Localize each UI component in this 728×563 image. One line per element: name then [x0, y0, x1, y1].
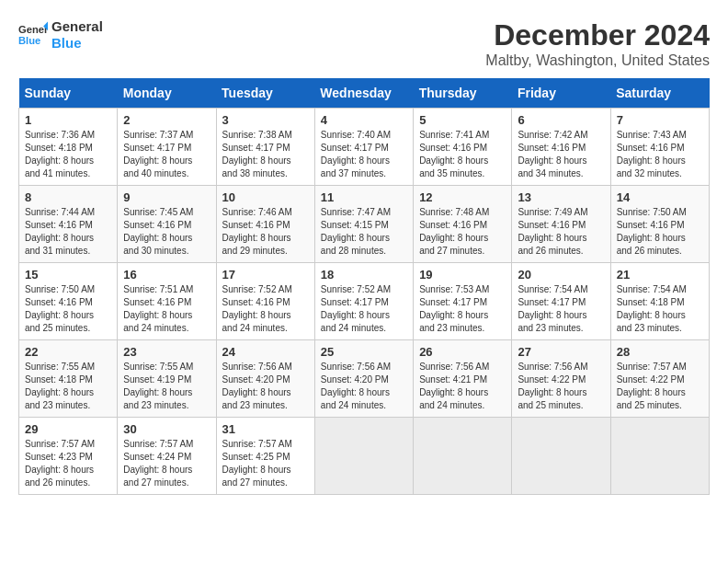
- day-number: 12: [419, 190, 506, 204]
- day-info: Sunrise: 7:52 AM Sunset: 4:16 PM Dayligh…: [222, 283, 309, 335]
- calendar-cell: 13Sunrise: 7:49 AM Sunset: 4:16 PM Dayli…: [512, 186, 610, 263]
- calendar-cell: 14Sunrise: 7:50 AM Sunset: 4:16 PM Dayli…: [610, 186, 709, 263]
- header: General Blue General Blue December 2024 …: [18, 18, 710, 69]
- weekday-header-thursday: Thursday: [414, 78, 512, 109]
- day-number: 9: [123, 190, 210, 204]
- calendar-cell: 1Sunrise: 7:36 AM Sunset: 4:18 PM Daylig…: [19, 109, 118, 186]
- day-info: Sunrise: 7:36 AM Sunset: 4:18 PM Dayligh…: [25, 129, 111, 180]
- calendar-cell: 21Sunrise: 7:54 AM Sunset: 4:18 PM Dayli…: [610, 263, 709, 340]
- day-info: Sunrise: 7:42 AM Sunset: 4:16 PM Dayligh…: [518, 129, 604, 180]
- day-number: 16: [123, 268, 210, 282]
- calendar-cell: 27Sunrise: 7:56 AM Sunset: 4:22 PM Dayli…: [512, 340, 610, 418]
- day-number: 21: [617, 268, 703, 282]
- calendar-cell: 8Sunrise: 7:44 AM Sunset: 4:16 PM Daylig…: [19, 186, 118, 263]
- day-info: Sunrise: 7:56 AM Sunset: 4:20 PM Dayligh…: [222, 361, 309, 412]
- calendar-cell: 25Sunrise: 7:56 AM Sunset: 4:20 PM Dayli…: [314, 340, 413, 418]
- day-number: 26: [419, 345, 506, 359]
- day-number: 25: [321, 345, 407, 359]
- day-number: 11: [321, 190, 407, 204]
- weekday-header-saturday: Saturday: [610, 78, 709, 109]
- day-info: Sunrise: 7:52 AM Sunset: 4:17 PM Dayligh…: [321, 283, 407, 335]
- day-info: Sunrise: 7:57 AM Sunset: 4:23 PM Dayligh…: [25, 438, 111, 489]
- calendar-week-3: 15Sunrise: 7:50 AM Sunset: 4:16 PM Dayli…: [19, 263, 710, 340]
- calendar-cell: 5Sunrise: 7:41 AM Sunset: 4:16 PM Daylig…: [414, 109, 512, 186]
- day-number: 19: [419, 268, 506, 282]
- day-number: 8: [25, 190, 111, 204]
- weekday-header-row: SundayMondayTuesdayWednesdayThursdayFrid…: [19, 78, 710, 109]
- day-info: Sunrise: 7:43 AM Sunset: 4:16 PM Dayligh…: [617, 129, 703, 180]
- day-info: Sunrise: 7:57 AM Sunset: 4:22 PM Dayligh…: [617, 361, 703, 412]
- weekday-header-wednesday: Wednesday: [314, 78, 413, 109]
- calendar-body: 1Sunrise: 7:36 AM Sunset: 4:18 PM Daylig…: [19, 109, 710, 495]
- day-number: 10: [222, 190, 309, 204]
- calendar-cell: 16Sunrise: 7:51 AM Sunset: 4:16 PM Dayli…: [118, 263, 216, 340]
- calendar-cell: 2Sunrise: 7:37 AM Sunset: 4:17 PM Daylig…: [118, 109, 216, 186]
- calendar-cell: 3Sunrise: 7:38 AM Sunset: 4:17 PM Daylig…: [216, 109, 314, 186]
- page-title: December 2024: [485, 18, 710, 52]
- calendar-cell: 29Sunrise: 7:57 AM Sunset: 4:23 PM Dayli…: [19, 418, 118, 495]
- day-info: Sunrise: 7:47 AM Sunset: 4:15 PM Dayligh…: [321, 206, 407, 258]
- day-info: Sunrise: 7:48 AM Sunset: 4:16 PM Dayligh…: [419, 206, 506, 258]
- day-info: Sunrise: 7:56 AM Sunset: 4:22 PM Dayligh…: [518, 361, 604, 412]
- day-number: 7: [617, 113, 703, 127]
- day-number: 1: [25, 113, 111, 127]
- day-number: 18: [321, 268, 407, 282]
- day-info: Sunrise: 7:54 AM Sunset: 4:17 PM Dayligh…: [518, 283, 604, 335]
- calendar-cell: 23Sunrise: 7:55 AM Sunset: 4:19 PM Dayli…: [118, 340, 216, 418]
- calendar-cell: 11Sunrise: 7:47 AM Sunset: 4:15 PM Dayli…: [314, 186, 413, 263]
- calendar-week-1: 1Sunrise: 7:36 AM Sunset: 4:18 PM Daylig…: [19, 109, 710, 186]
- logo-blue: Blue: [51, 35, 103, 52]
- day-info: Sunrise: 7:40 AM Sunset: 4:17 PM Dayligh…: [321, 129, 407, 180]
- day-number: 13: [518, 190, 604, 204]
- weekday-header-sunday: Sunday: [19, 78, 118, 109]
- calendar-cell: 19Sunrise: 7:53 AM Sunset: 4:17 PM Dayli…: [414, 263, 512, 340]
- calendar-week-5: 29Sunrise: 7:57 AM Sunset: 4:23 PM Dayli…: [19, 418, 710, 495]
- calendar-cell: 10Sunrise: 7:46 AM Sunset: 4:16 PM Dayli…: [216, 186, 314, 263]
- day-info: Sunrise: 7:56 AM Sunset: 4:21 PM Dayligh…: [419, 361, 506, 412]
- day-number: 3: [222, 113, 309, 127]
- day-number: 31: [222, 422, 309, 436]
- day-info: Sunrise: 7:55 AM Sunset: 4:18 PM Dayligh…: [25, 361, 111, 412]
- calendar-cell: [314, 418, 413, 495]
- day-number: 30: [123, 422, 210, 436]
- weekday-header-monday: Monday: [118, 78, 216, 109]
- day-number: 22: [25, 345, 111, 359]
- calendar-cell: 31Sunrise: 7:57 AM Sunset: 4:25 PM Dayli…: [216, 418, 314, 495]
- weekday-header-friday: Friday: [512, 78, 610, 109]
- day-number: 5: [419, 113, 506, 127]
- calendar-cell: 24Sunrise: 7:56 AM Sunset: 4:20 PM Dayli…: [216, 340, 314, 418]
- calendar-cell: [414, 418, 512, 495]
- logo-general: General: [51, 18, 103, 35]
- day-info: Sunrise: 7:55 AM Sunset: 4:19 PM Dayligh…: [123, 361, 210, 412]
- calendar-cell: 6Sunrise: 7:42 AM Sunset: 4:16 PM Daylig…: [512, 109, 610, 186]
- calendar-cell: 9Sunrise: 7:45 AM Sunset: 4:16 PM Daylig…: [118, 186, 216, 263]
- calendar-cell: 7Sunrise: 7:43 AM Sunset: 4:16 PM Daylig…: [610, 109, 709, 186]
- day-number: 29: [25, 422, 111, 436]
- calendar-cell: 18Sunrise: 7:52 AM Sunset: 4:17 PM Dayli…: [314, 263, 413, 340]
- day-number: 6: [518, 113, 604, 127]
- day-info: Sunrise: 7:45 AM Sunset: 4:16 PM Dayligh…: [123, 206, 210, 258]
- page-subtitle: Maltby, Washington, United States: [485, 52, 710, 69]
- calendar-week-4: 22Sunrise: 7:55 AM Sunset: 4:18 PM Dayli…: [19, 340, 710, 418]
- day-info: Sunrise: 7:37 AM Sunset: 4:17 PM Dayligh…: [123, 129, 210, 180]
- logo-icon: General Blue: [18, 20, 48, 50]
- calendar-cell: 4Sunrise: 7:40 AM Sunset: 4:17 PM Daylig…: [314, 109, 413, 186]
- day-info: Sunrise: 7:56 AM Sunset: 4:20 PM Dayligh…: [321, 361, 407, 412]
- day-number: 20: [518, 268, 604, 282]
- day-info: Sunrise: 7:53 AM Sunset: 4:17 PM Dayligh…: [419, 283, 506, 335]
- calendar-header: SundayMondayTuesdayWednesdayThursdayFrid…: [19, 78, 710, 109]
- calendar-cell: 17Sunrise: 7:52 AM Sunset: 4:16 PM Dayli…: [216, 263, 314, 340]
- day-info: Sunrise: 7:50 AM Sunset: 4:16 PM Dayligh…: [25, 283, 111, 335]
- day-info: Sunrise: 7:57 AM Sunset: 4:24 PM Dayligh…: [123, 438, 210, 489]
- day-number: 14: [617, 190, 703, 204]
- svg-text:General: General: [18, 24, 48, 35]
- day-info: Sunrise: 7:50 AM Sunset: 4:16 PM Dayligh…: [617, 206, 703, 258]
- day-number: 27: [518, 345, 604, 359]
- day-number: 15: [25, 268, 111, 282]
- day-info: Sunrise: 7:41 AM Sunset: 4:16 PM Dayligh…: [419, 129, 506, 180]
- calendar-table: SundayMondayTuesdayWednesdayThursdayFrid…: [18, 78, 710, 495]
- logo: General Blue General Blue: [18, 18, 103, 52]
- calendar-cell: 30Sunrise: 7:57 AM Sunset: 4:24 PM Dayli…: [118, 418, 216, 495]
- svg-text:Blue: Blue: [18, 35, 40, 46]
- calendar-cell: [512, 418, 610, 495]
